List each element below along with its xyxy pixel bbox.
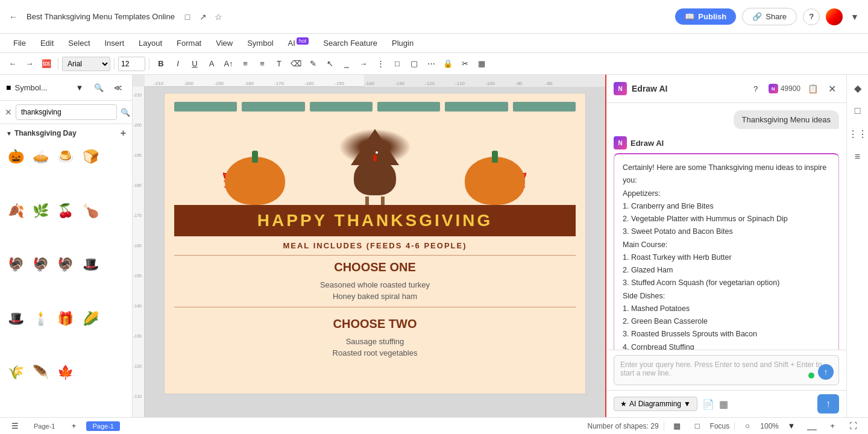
focus-label[interactable]: Focus bbox=[710, 422, 730, 430]
redo-button[interactable]: → bbox=[22, 56, 37, 72]
underline-button[interactable]: U bbox=[187, 56, 203, 72]
menu-symbol[interactable]: Symbol bbox=[241, 36, 279, 50]
ai-close-button[interactable]: ✕ bbox=[825, 81, 839, 96]
font-color-button[interactable]: A bbox=[204, 56, 219, 72]
ai-format-button[interactable]: 📄 bbox=[702, 398, 714, 410]
sidebar-search-toggle[interactable]: 🔍 bbox=[91, 80, 107, 95]
symbol-turkey2[interactable]: 🦃 bbox=[30, 254, 51, 275]
page-label[interactable]: Page-1 bbox=[28, 421, 61, 431]
font-size-input[interactable] bbox=[118, 57, 145, 71]
ai-help-button[interactable]: ? bbox=[748, 81, 764, 96]
menu-view[interactable]: View bbox=[210, 36, 239, 50]
shape-button[interactable]: □ bbox=[389, 56, 405, 72]
menu-layout[interactable]: Layout bbox=[133, 36, 168, 50]
diagram-panel-button[interactable]: □ bbox=[849, 102, 866, 119]
undo-button[interactable]: ← bbox=[5, 56, 20, 72]
menu-ai[interactable]: AIhot bbox=[282, 36, 315, 50]
symbol-hat2[interactable]: 🎩 bbox=[5, 308, 27, 330]
zoom-dropdown[interactable]: ▼ bbox=[784, 418, 799, 434]
bold-button[interactable]: B bbox=[153, 56, 169, 72]
section-add-button[interactable]: + bbox=[121, 128, 126, 139]
add-page-button[interactable]: + bbox=[66, 418, 81, 434]
menu-select[interactable]: Select bbox=[62, 36, 96, 50]
apps-button[interactable]: ⋮⋮ bbox=[849, 125, 866, 142]
fullscreen-button[interactable]: ⛶ bbox=[845, 418, 861, 434]
symbol-pie[interactable]: 🥧 bbox=[30, 146, 51, 168]
lock-button[interactable]: 🔒 bbox=[440, 56, 456, 72]
panel-icon[interactable]: □ bbox=[182, 11, 193, 22]
table-button[interactable]: ▦ bbox=[474, 56, 489, 72]
comment-button[interactable]: ≡ bbox=[849, 148, 866, 165]
publish-button[interactable]: 📖 Publish bbox=[675, 8, 736, 25]
symbol-search-input[interactable] bbox=[16, 104, 117, 120]
symbol-hat[interactable]: 🎩 bbox=[80, 254, 101, 275]
line-style-button[interactable]: ⎯ bbox=[339, 56, 354, 72]
text-style-button[interactable]: A↑ bbox=[221, 56, 236, 72]
ai-submit-button[interactable]: ↑ bbox=[817, 394, 839, 414]
dash-style-button[interactable]: ⋮ bbox=[373, 56, 388, 72]
more-button[interactable]: ⋯ bbox=[423, 56, 439, 72]
symbol-leaf[interactable]: 🍁 bbox=[55, 362, 77, 383]
symbol-candle[interactable]: 🕯️ bbox=[30, 308, 51, 330]
canvas-area[interactable]: -210 -200 -190 -180 -170 -160 -150 -140 … bbox=[133, 75, 605, 417]
ai-send-button[interactable]: ↑ bbox=[818, 364, 834, 380]
arrow-style-button[interactable]: → bbox=[356, 56, 371, 72]
eraser-button[interactable]: ⌫ bbox=[288, 56, 304, 72]
close-search-button[interactable]: ✕ bbox=[5, 107, 12, 117]
zoom-slider[interactable]: ⎯⎯ bbox=[804, 418, 820, 434]
fit-button[interactable]: □ bbox=[690, 418, 705, 434]
pen-button[interactable]: ✎ bbox=[305, 56, 321, 72]
symbol-bread[interactable]: 🍞 bbox=[80, 146, 101, 168]
zoom-out-button[interactable]: ○ bbox=[740, 418, 755, 434]
symbol-corn[interactable]: 🌽 bbox=[80, 308, 101, 330]
ai-textarea[interactable]: Enter your query here. Press Enter to se… bbox=[614, 355, 839, 385]
sidebar-dropdown[interactable]: ▼ bbox=[72, 80, 87, 95]
symbol-gift[interactable]: 🎁 bbox=[55, 308, 77, 330]
help-button[interactable]: ? bbox=[803, 8, 820, 25]
layers-button[interactable]: ▦ bbox=[669, 418, 685, 434]
star-icon[interactable]: ☆ bbox=[213, 11, 224, 22]
ai-diagramming-button[interactable]: ★ AI Diagramming ▼ bbox=[614, 397, 697, 411]
menu-search-feature[interactable]: Search Feature bbox=[317, 36, 383, 50]
symbol-tart[interactable]: 🍮 bbox=[55, 146, 77, 168]
shape2-button[interactable]: ▢ bbox=[406, 56, 422, 72]
menu-file[interactable]: File bbox=[7, 36, 32, 50]
symbol-pumpkin[interactable]: 🎃 bbox=[5, 146, 27, 168]
symbol-drumstick[interactable]: 🍗 bbox=[80, 200, 101, 222]
page-1-tab[interactable]: Page-1 bbox=[86, 421, 119, 431]
menu-insert[interactable]: Insert bbox=[99, 36, 131, 50]
align-button[interactable]: ≡ bbox=[254, 56, 270, 72]
back-button[interactable]: ← bbox=[7, 11, 19, 23]
connector-button[interactable]: ↖ bbox=[322, 56, 338, 72]
symbol-feather[interactable]: 🪶 bbox=[30, 362, 51, 383]
format-painter-button[interactable]: 🆘 bbox=[39, 56, 54, 72]
menu-plugin[interactable]: Plugin bbox=[386, 36, 420, 50]
font-select[interactable]: Arial bbox=[62, 57, 110, 71]
menu-edit[interactable]: Edit bbox=[34, 36, 60, 50]
zoom-in-button[interactable]: + bbox=[825, 418, 840, 434]
symbol-cherries[interactable]: 🍒 bbox=[55, 200, 77, 222]
user-avatar[interactable] bbox=[826, 8, 843, 25]
canvas-background[interactable]: 🍁 🍁 bbox=[145, 87, 605, 417]
section-thanksgiving-day[interactable]: ▼ Thanksgiving Day + bbox=[0, 124, 132, 142]
cut-button[interactable]: ✂ bbox=[457, 56, 473, 72]
sidebar-collapse[interactable]: ≪ bbox=[110, 80, 126, 95]
symbol-turkey3[interactable]: 🦃 bbox=[55, 254, 77, 275]
ai-messages-container[interactable]: Thanksgiving Menu ideas N Edraw AI Certa… bbox=[606, 103, 846, 350]
text-button[interactable]: T bbox=[271, 56, 287, 72]
menu-format[interactable]: Format bbox=[171, 36, 207, 50]
italic-button[interactable]: I bbox=[170, 56, 186, 72]
style-panel-button[interactable]: ◆ bbox=[849, 80, 866, 96]
symbol-turkey[interactable]: 🦃 bbox=[5, 254, 27, 275]
symbol-wheat[interactable]: 🌾 bbox=[5, 362, 27, 383]
search-icon[interactable]: 🔍 bbox=[121, 104, 130, 120]
share-button[interactable]: 🔗 Share bbox=[742, 8, 797, 25]
share-tab-icon[interactable]: ↗ bbox=[198, 11, 209, 22]
symbol-plant[interactable]: 🌿 bbox=[30, 200, 51, 222]
symbol-leaves[interactable]: 🍂 bbox=[5, 200, 27, 222]
align-center-button[interactable]: ≡ bbox=[237, 56, 253, 72]
sidebar-toggle[interactable]: ☰ bbox=[7, 418, 23, 434]
ai-copy-button[interactable]: 📋 bbox=[805, 81, 820, 96]
avatar-dropdown[interactable]: ▼ bbox=[849, 11, 861, 23]
ai-table-button[interactable]: ▦ bbox=[719, 398, 728, 410]
